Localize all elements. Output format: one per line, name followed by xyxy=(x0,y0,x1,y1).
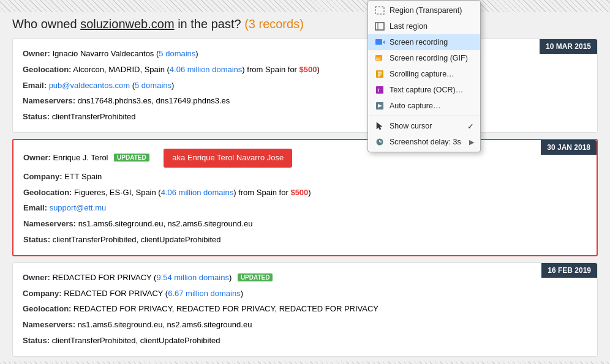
title-prefix: Who owned xyxy=(12,17,80,31)
main-content: Who owned soluzionweb.com in the past? (… xyxy=(12,17,598,357)
field-label: Email: xyxy=(23,81,47,90)
menu-item-label: Scrolling capture… xyxy=(390,70,474,78)
svg-rect-0 xyxy=(375,7,384,14)
field-label: Status: xyxy=(23,336,50,345)
scrolling-capture-icon xyxy=(374,69,385,80)
owner-domains-link[interactable]: 5 domains xyxy=(159,49,195,58)
menu-item-text-capture[interactable]: T Text capture (OCR)… xyxy=(368,82,480,98)
svg-marker-4 xyxy=(383,40,385,44)
record-line: Nameservers: ns1.ams6.siteground.eu, ns2… xyxy=(23,218,587,231)
menu-item-label: Screenshot delay: 3s xyxy=(390,138,465,146)
record-line: Status: clientTransferProhibited xyxy=(23,111,587,124)
record-line: Status: clientTransferProhibited, client… xyxy=(23,335,587,347)
top-diagonal-decoration xyxy=(0,0,610,12)
menu-item-screenshot-delay[interactable]: Screenshot delay: 3s ▶ xyxy=(368,134,480,150)
field-label: Status: xyxy=(23,235,50,244)
field-label: Company: xyxy=(23,172,62,181)
field-label: Nameservers: xyxy=(23,219,76,228)
field-label: Geolocation: xyxy=(23,304,71,313)
company-domains-link[interactable]: 6.67 million domains xyxy=(168,289,241,298)
menu-item-screen-recording[interactable]: Screen recording xyxy=(368,34,480,50)
clock-icon xyxy=(374,136,385,147)
page-title: Who owned soluzionweb.com in the past? (… xyxy=(12,17,598,31)
record-line: Nameservers: dns17648.phdns3.es, dns1764… xyxy=(23,95,587,108)
record-line: Geolocation: Alcorcon, MADRID, Spain (4.… xyxy=(23,64,587,76)
last-region-icon xyxy=(374,21,385,32)
record-card-2: 30 JAN 2018 Owner: Enrique J. Terol UPDA… xyxy=(12,139,598,256)
field-label: Nameservers: xyxy=(23,96,75,105)
submenu-arrow-icon: ▶ xyxy=(469,138,474,146)
field-label: Company: xyxy=(23,289,62,298)
domain-link[interactable]: soluzionweb.com xyxy=(80,17,174,31)
date-badge-3: 16 FEB 2019 xyxy=(541,263,597,278)
screen-recording-gif-icon: GIF xyxy=(374,53,385,64)
menu-item-label: Show cursor xyxy=(390,122,463,130)
svg-rect-3 xyxy=(375,39,382,45)
field-label: Status: xyxy=(23,112,50,121)
menu-item-label: Screen recording (GIF) xyxy=(390,54,474,62)
field-label: Owner: xyxy=(23,49,50,58)
aka-badge: aka Enrique Terol Navarro Jose xyxy=(164,149,292,168)
text-capture-icon: T xyxy=(374,84,385,95)
record-line: Company: REDACTED FOR PRIVACY (6.67 mill… xyxy=(23,288,587,300)
svg-text:T: T xyxy=(377,87,380,93)
menu-item-region[interactable]: Region (Transparent) xyxy=(368,2,480,18)
menu-item-last-region[interactable]: Last region xyxy=(368,18,480,34)
field-label: Nameservers: xyxy=(23,320,75,329)
svg-rect-1 xyxy=(375,23,384,30)
email-link[interactable]: support@ett.mu xyxy=(50,203,107,212)
bottom-diagonal-decoration xyxy=(0,362,610,364)
record-line: Owner: REDACTED FOR PRIVACY (9.54 millio… xyxy=(23,272,587,284)
cursor-icon xyxy=(374,121,385,132)
record-line: Company: ETT Spain xyxy=(23,171,587,184)
record-line: Email: support@ett.mu xyxy=(23,202,587,215)
geolocation-link[interactable]: 4.06 million domains xyxy=(170,65,243,74)
updated-badge: UPDATED xyxy=(114,154,149,162)
date-badge-2: 30 JAN 2018 xyxy=(541,140,597,155)
menu-item-label: Screen recording xyxy=(390,38,474,46)
owner-domains-link[interactable]: 9.54 million domains xyxy=(156,273,229,282)
record-line: Email: pub@valdecantos.com (5 domains) xyxy=(23,80,587,92)
record-card-1: 10 MAR 2015 Owner: Ignacio Navarro Valde… xyxy=(12,39,598,133)
geolocation-link[interactable]: 4.06 million domains xyxy=(161,188,234,197)
menu-item-label: Text capture (OCR)… xyxy=(390,86,474,94)
menu-item-label: Last region xyxy=(390,22,474,31)
svg-text:GIF: GIF xyxy=(376,57,381,61)
date-badge-1: 10 MAR 2015 xyxy=(540,39,597,54)
context-menu: Region (Transparent) Last region Screen … xyxy=(367,0,481,152)
email-link[interactable]: pub@valdecantos.com xyxy=(49,81,130,90)
menu-item-auto-capture[interactable]: Auto capture… xyxy=(368,98,480,114)
menu-item-show-cursor[interactable]: Show cursor ✓ xyxy=(368,118,480,134)
menu-separator xyxy=(368,116,480,116)
screen-recording-icon xyxy=(374,37,385,48)
field-label: Geolocation: xyxy=(23,188,72,197)
record-line: Owner: Enrique J. Terol UPDATED aka Enri… xyxy=(23,149,587,168)
price: $500 xyxy=(299,65,317,74)
field-label: Geolocation: xyxy=(23,65,71,74)
record-line: Geolocation: Figueres, ES-GI, Spain (4.0… xyxy=(23,187,587,199)
menu-item-screen-recording-gif[interactable]: GIF Screen recording (GIF) xyxy=(368,50,480,66)
menu-item-label: Auto capture… xyxy=(390,102,474,110)
menu-item-label: Region (Transparent) xyxy=(390,6,474,15)
record-line: Geolocation: REDACTED FOR PRIVACY, REDAC… xyxy=(23,303,587,316)
title-suffix: in the past? xyxy=(175,17,241,31)
field-label: Email: xyxy=(23,203,47,212)
menu-item-scrolling-capture[interactable]: Scrolling capture… xyxy=(368,66,480,82)
records-count: (3 records) xyxy=(244,17,304,31)
auto-capture-icon xyxy=(374,100,385,111)
region-icon xyxy=(374,5,385,16)
record-line: Nameservers: ns1.ams6.siteground.eu, ns2… xyxy=(23,319,587,332)
page-wrapper: Who owned soluzionweb.com in the past? (… xyxy=(0,0,610,364)
record-card-3: 16 FEB 2019 Owner: REDACTED FOR PRIVACY … xyxy=(12,262,598,357)
updated-badge: UPDATED xyxy=(238,273,273,281)
price: $500 xyxy=(290,188,308,197)
svg-marker-15 xyxy=(377,122,382,130)
email-domains-link[interactable]: 5 domains xyxy=(135,81,171,90)
field-label: Owner: xyxy=(23,153,51,162)
checkmark-icon: ✓ xyxy=(467,122,474,131)
field-label: Owner: xyxy=(23,273,50,282)
record-line: Owner: Ignacio Navarro Valdecantos (5 do… xyxy=(23,48,587,61)
record-line: Status: clientTransferProhibited, client… xyxy=(23,234,587,247)
